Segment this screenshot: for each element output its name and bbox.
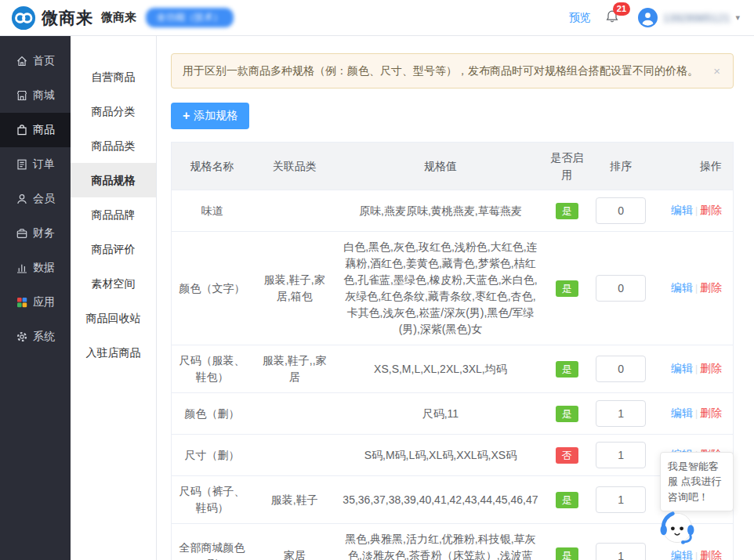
sidebar-item-system[interactable]: 系统 [0,320,71,354]
sidebar-item-label: 财务 [33,226,55,240]
notice-text: 用于区别一款商品多种规格（例：颜色、尺寸、型号等），发布商品时可对规格组合搭配设… [183,64,698,78]
action-separator: | [695,408,698,419]
sidebar-item-member[interactable]: 会员 [0,182,71,216]
spec-sort-cell [589,345,652,393]
sidebar-item-goods[interactable]: 商品 [0,113,71,147]
order-icon [16,158,28,171]
edit-link[interactable]: 编辑 [671,204,693,216]
table-row: 味道 原味,燕麦原味,黄桃燕麦,草莓燕麦 是 编辑|删除 [172,190,734,232]
action-separator: | [695,283,698,294]
sidebar-item-finance[interactable]: 财务 [0,216,71,251]
spec-name-cell: 颜色（文字） [172,232,253,345]
edit-link[interactable]: 编辑 [671,406,693,419]
spec-name-cell: 味道 [172,190,253,232]
finance-icon [16,227,28,240]
table-row: 尺码（服装、鞋包） 服装,鞋子,,家居 XS,S,M,L,XL,2XL,3XL,… [172,345,734,393]
home-icon [16,55,28,67]
table-row: 尺码（裤子、鞋码） 服装,鞋子 35,36,37,38,39,40,41,42,… [172,476,734,524]
spec-values-cell: 黑色,典雅黑,活力红,优雅粉,科技银,草灰色,淡雅灰色,茶香粉（床笠款）,浅波蓝… [336,524,544,560]
status-badge: 是 [556,361,578,378]
sort-input[interactable] [596,356,646,382]
spec-sort-cell [589,393,652,435]
submenu-item-1[interactable]: 商品分类 [71,94,156,128]
spec-values-cell: 尺码,11 [336,393,544,435]
sort-input[interactable] [596,442,646,468]
sort-input[interactable] [596,275,646,302]
chat-widget: 我是智能客服 点我进行咨询吧！ [660,452,734,553]
sidebar: 首页 商城 商品 订单 会员 财务 数据 应用 系统 [0,36,71,560]
spec-category-cell [252,435,336,476]
submenu-item-5[interactable]: 商品评价 [71,232,156,266]
submenu-item-0[interactable]: 自营商品 [71,60,156,94]
spec-name-cell: 颜色（删） [172,393,253,435]
spec-enabled-cell: 是 [544,393,589,435]
col-header-values: 规格值 [336,143,544,190]
spec-name-cell: 尺码（服装、鞋包） [172,345,253,393]
submenu-item-8[interactable]: 入驻店商品 [71,335,156,370]
data-icon [16,262,28,274]
sidebar-item-store[interactable]: 商城 [0,78,71,113]
col-header-sort: 排序 [589,143,652,190]
status-badge: 是 [556,547,578,560]
spec-category-cell: 家居 [252,524,336,560]
sidebar-item-apps[interactable]: 应用 [0,285,71,320]
sidebar-item-label: 应用 [33,295,55,309]
spec-category-cell: 服装,鞋子 [252,476,336,524]
sort-input[interactable] [596,543,646,560]
status-badge: 是 [556,406,578,422]
table-row: 颜色（删） 尺码,11 是 编辑|删除 [172,393,734,435]
spec-enabled-cell: 是 [544,345,589,393]
table-row: 全部商城颜色（删） 家居 黑色,典雅黑,活力红,优雅粉,科技银,草灰色,淡雅灰色… [172,524,734,560]
delete-link[interactable]: 删除 [700,362,722,374]
col-header-enabled: 是否启用 [544,143,589,190]
add-spec-label: 添加规格 [194,109,237,123]
spec-enabled-cell: 是 [544,190,589,232]
submenu-item-3[interactable]: 商品规格 [71,163,156,197]
status-badge: 是 [556,492,578,508]
submenu-item-4[interactable]: 商品品牌 [71,197,156,232]
submenu-item-2[interactable]: 商品品类 [71,128,156,163]
delete-link[interactable]: 删除 [700,406,722,419]
sidebar-item-home[interactable]: 首页 [0,44,71,78]
spec-category-cell: 服装,鞋子,家居,箱包 [252,232,336,345]
spec-table-body: 味道 原味,燕麦原味,黄桃燕麦,草莓燕麦 是 编辑|删除 颜色（文字） 服装,鞋… [172,190,734,560]
sidebar-item-order[interactable]: 订单 [0,147,71,182]
sort-input[interactable] [596,486,646,513]
site-name: 微商来 [101,10,136,25]
spec-values-cell: 35,36,37,38,39,40,41,42,43,44,45,46,47 [336,476,544,524]
spec-category-cell [252,393,336,435]
version-badge: 全功能（技术） [146,8,234,27]
sort-input[interactable] [596,400,646,427]
chat-bubble[interactable]: 我是智能客服 点我进行咨询吧！ [660,452,734,512]
spec-enabled-cell: 是 [544,232,589,345]
col-header-name: 规格名称 [172,143,253,190]
user-menu[interactable]: 13928985121 ▾ [638,8,740,27]
member-icon [16,193,28,205]
topbar-right: 预览 21 13928985121 [569,8,740,27]
spec-table-head: 规格名称 关联品类 规格值 是否启用 排序 操作 [172,143,734,190]
chat-mascot-icon[interactable] [655,505,699,549]
logo-icon [11,5,36,31]
user-phone: 13928985121 [663,12,730,24]
notification-bell[interactable]: 21 [605,9,619,27]
status-badge: 否 [556,447,578,464]
spec-values-cell: 原味,燕麦原味,黄桃燕麦,草莓燕麦 [336,190,544,232]
delete-link[interactable]: 删除 [700,281,722,294]
spec-sort-cell [589,190,652,232]
submenu-item-6[interactable]: 素材空间 [71,266,156,301]
spec-actions-cell: 编辑|删除 [652,345,733,393]
sort-input[interactable] [596,197,646,224]
logo[interactable]: 微商来 [11,5,93,31]
close-icon[interactable]: × [712,63,722,78]
status-badge: 是 [556,203,578,219]
spec-actions-cell: 编辑|删除 [652,232,733,345]
submenu-item-7[interactable]: 商品回收站 [71,301,156,335]
system-icon [16,331,28,343]
edit-link[interactable]: 编辑 [671,362,693,374]
preview-link[interactable]: 预览 [569,11,591,25]
sidebar-item-data[interactable]: 数据 [0,251,71,285]
edit-link[interactable]: 编辑 [671,281,693,294]
delete-link[interactable]: 删除 [700,204,722,216]
table-row: 尺寸（删） S码,M码,L码,XL码,XXL码,XS码 否 编辑|删除 [172,435,734,476]
add-spec-button[interactable]: + 添加规格 [171,103,249,129]
